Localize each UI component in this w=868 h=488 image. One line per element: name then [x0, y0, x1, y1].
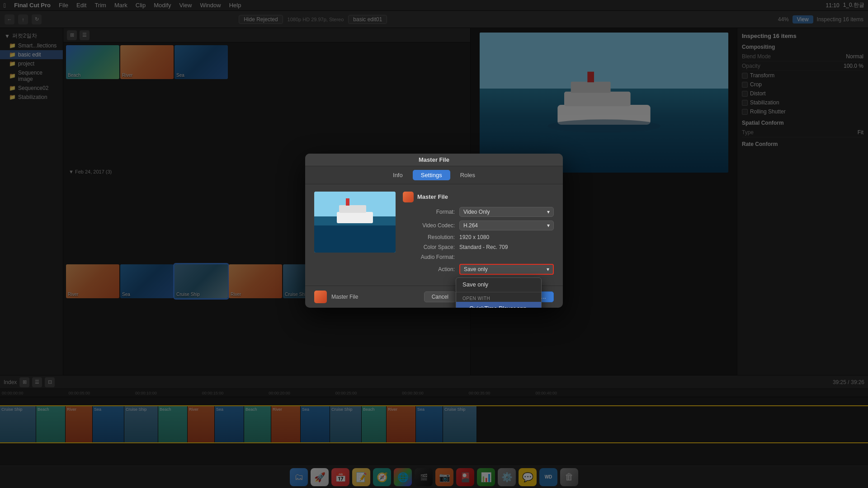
svg-rect-8	[337, 212, 373, 223]
action-row: Action: Save only ▾ Save only Open With	[403, 264, 554, 275]
color-space-row: Color Space: Standard - Rec. 709	[403, 244, 554, 250]
open-with-header: Open With	[456, 293, 541, 302]
format-label: Format:	[403, 209, 455, 215]
resolution-row: Resolution: 868 x 488	[403, 234, 554, 240]
modal-settings: Master File Format: Video Only ▾ Video C…	[403, 192, 554, 278]
video-codec-row: Video Codec: H.264 ▾	[403, 221, 554, 230]
tab-roles[interactable]: Roles	[452, 170, 483, 180]
resolution-value-modal: 868 x 488	[459, 234, 554, 240]
svg-rect-10	[346, 198, 349, 206]
modal-footer-text: Master File	[331, 294, 358, 300]
dropdown-save-only[interactable]: Save only	[456, 278, 541, 291]
modal-header-row: Master File	[403, 192, 554, 202]
action-value: Save only	[464, 266, 488, 272]
qt-default-label: QuickTime Player.app (default)	[469, 305, 535, 308]
svg-rect-7	[314, 225, 396, 253]
modal-preview-svg	[314, 192, 396, 253]
video-codec-dropdown[interactable]: H.264 ▾	[459, 221, 554, 230]
modal-body: Master File Format: Video Only ▾ Video C…	[305, 184, 563, 286]
action-chevron: ▾	[547, 266, 549, 272]
modal-tabs: Info Settings Roles	[305, 166, 563, 184]
resolution-label-modal: Resolution:	[403, 234, 455, 240]
modal-preview-thumb	[314, 192, 396, 253]
dropdown-qt-default[interactable]: ✓ QuickTime Player.app (default)	[456, 302, 541, 308]
format-row: Format: Video Only ▾	[403, 207, 554, 217]
master-file-modal: Master File Info Settings Roles	[305, 154, 563, 308]
save-only-label: Save only	[462, 281, 488, 288]
modal-overlay: Master File Info Settings Roles	[0, 0, 868, 488]
cancel-button[interactable]: Cancel	[424, 291, 456, 302]
audio-format-row: Audio Format:	[403, 254, 554, 260]
format-dropdown[interactable]: Video Only ▾	[459, 207, 554, 217]
audio-format-label: Audio Format:	[403, 254, 455, 260]
modal-footer-icon	[314, 291, 327, 303]
color-space-value: Standard - Rec. 709	[459, 244, 554, 250]
master-file-icon	[403, 192, 414, 202]
tab-settings[interactable]: Settings	[413, 170, 450, 180]
format-value: Video Only	[463, 209, 490, 215]
action-dropdown[interactable]: Save only ▾ Save only Open With ✓	[459, 264, 554, 275]
tab-info[interactable]: Info	[385, 170, 411, 180]
codec-chevron: ▾	[547, 222, 550, 229]
modal-content-row: Master File Format: Video Only ▾ Video C…	[314, 192, 554, 278]
svg-rect-9	[339, 205, 366, 213]
divider-1	[456, 292, 541, 292]
color-space-label: Color Space:	[403, 244, 455, 250]
action-label: Action:	[403, 266, 455, 272]
modal-header-title: Master File	[417, 193, 448, 200]
modal-title: Master File	[305, 154, 563, 166]
video-codec-value: H.264	[463, 222, 478, 229]
video-codec-label: Video Codec:	[403, 222, 455, 229]
dropdown-chevron: ▾	[547, 209, 550, 215]
action-dropdown-menu: Save only Open With ✓ QuickTime Player.a…	[456, 277, 542, 308]
